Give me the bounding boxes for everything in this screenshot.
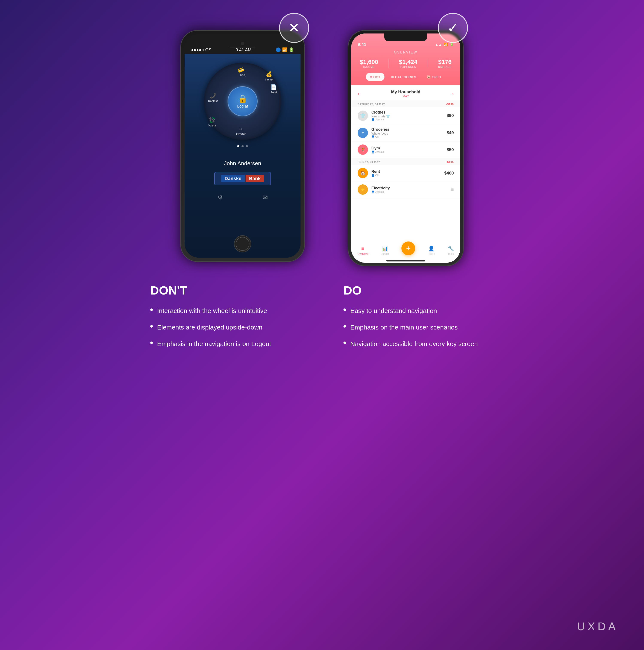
prev-month-btn[interactable]: ‹	[358, 91, 359, 97]
transaction-clothes[interactable]: 👕 Clothes New shirts 👕 👤 Jessica $90	[351, 107, 460, 124]
date-2-total: -$495	[446, 160, 454, 164]
rent-amount: $460	[444, 171, 454, 176]
expenses-label: EXPENSES	[399, 66, 417, 69]
wheel-item-valuta[interactable]: 💱 Valuta	[208, 117, 216, 127]
content-area: ‹ My Household MAY ›	[351, 85, 460, 263]
groceries-name: Groceries	[371, 127, 443, 132]
electricity-name: Electricity	[371, 186, 448, 190]
settings-icon[interactable]: ⚙	[217, 194, 223, 201]
expenses-value: $1,424	[399, 59, 417, 66]
clothes-icon: 👕	[358, 111, 368, 121]
tab-split[interactable]: 🐷 SPLIT	[423, 73, 445, 81]
dont-title: DON'T	[150, 283, 300, 297]
tab-categories[interactable]: ◎ CATEGORIES	[387, 73, 420, 81]
wheel-container: 💳 Kort 💰 Konto 📞	[204, 63, 281, 140]
clothes-details: Clothes New shirts 👕 👤 Jessica	[371, 110, 443, 121]
transaction-list: SATURDAY, 04 MAY -$189 👕 Clothes New shi…	[351, 100, 460, 243]
iphone6-speaker	[230, 46, 255, 48]
home-button[interactable]	[234, 235, 251, 252]
dont-text-1: Interaction with the wheel is unintuitiv…	[157, 306, 267, 316]
add-button[interactable]: +	[401, 242, 415, 255]
wheel-outer: 💳 Kort 💰 Konto 📞	[204, 63, 281, 140]
transaction-electricity[interactable]: ⚡ Electricity 👤 Jessica ≡	[351, 181, 460, 198]
overview-nav-icon: ≡	[361, 246, 364, 252]
tools-nav-label: Tools	[448, 252, 454, 255]
transaction-groceries[interactable]: + Groceries Whole foods 👤 Olli $49	[351, 124, 460, 141]
mail-icon[interactable]: ✉	[263, 194, 268, 201]
do-bullets: Easy to understand navigation Emphasis o…	[344, 306, 494, 349]
cat-tab-label: CATEGORIES	[395, 75, 416, 79]
tab-list[interactable]: ≡ LIST	[366, 73, 385, 81]
list-tab-icon: ≡	[370, 75, 372, 79]
transaction-rent[interactable]: 🏠 Rent 👤 Olli $460	[351, 165, 460, 181]
dont-badge: ✕	[279, 13, 309, 43]
gym-amount: $50	[447, 147, 454, 152]
balance-label: BALANCE	[438, 66, 452, 69]
screen-6-content: 💳 Kort 💰 Konto 📞	[185, 54, 300, 258]
electricity-user: 👤 Jessica	[371, 190, 448, 193]
budget-nav-icon: 📊	[382, 246, 388, 252]
do-text-3: Navigation accessible from every key scr…	[350, 339, 478, 349]
do-section: DO Easy to understand navigation Emphasi…	[344, 283, 494, 349]
nav-tools[interactable]: 🔧 Tools	[448, 246, 454, 255]
wheel-item-konto[interactable]: 💰 Konto	[265, 71, 273, 81]
electricity-icon: ⚡	[358, 184, 368, 195]
pagination-dots	[237, 145, 248, 147]
clothes-amount: $90	[447, 113, 454, 118]
do-badge-icon: ✓	[447, 20, 459, 36]
notch	[384, 34, 427, 41]
month-nav: ‹ My Household MAY ›	[351, 85, 460, 100]
balance-stat: $176 BALANCE	[438, 59, 452, 69]
user-info: John Andersen Danske Bank	[214, 160, 271, 185]
do-bullet-3: Navigation accessible from every key scr…	[344, 339, 494, 349]
wheel-item-kontakt[interactable]: 📞 Kontakt	[208, 93, 218, 103]
nav-overview[interactable]: ≡ Overview	[357, 246, 368, 255]
page-container: UXDA ✕ ●●●●○ GS 9:41 AM	[0, 0, 644, 650]
do-bullet-2: Emphasis on the main user scenarios	[344, 322, 494, 332]
rent-details: Rent 👤 Olli	[371, 169, 441, 177]
nav-profile[interactable]: 👤 Profile	[428, 246, 435, 255]
x-time: 9:41	[358, 42, 366, 47]
do-dot-3	[344, 341, 346, 344]
iphone-x-inner: 9:41 ▲▲ 📶 🔋 OVERVIEW	[351, 34, 460, 263]
x-status-icons: ▲▲ 📶 🔋	[435, 42, 454, 46]
dont-dot-1	[150, 309, 153, 311]
do-bullet-1: Easy to understand navigation	[344, 306, 494, 316]
balance-value: $176	[438, 59, 452, 66]
do-title: DO	[344, 283, 494, 297]
bank-logo-container: Danske Bank	[214, 172, 271, 185]
nav-add[interactable]: +	[401, 246, 415, 255]
home-button-inner	[236, 237, 249, 251]
month-title: My Household MAY	[391, 89, 421, 98]
wheel-center[interactable]: 🔒 Log af	[227, 86, 258, 116]
date-header-2: FRIDAY, 03 MAY -$495	[351, 158, 460, 165]
dont-dot-2	[150, 325, 153, 328]
lock-icon: 🔒	[238, 94, 248, 103]
groceries-icon: +	[358, 128, 368, 138]
transaction-gym[interactable]: 🏋 Gym 👤 Jessica $50	[351, 141, 460, 158]
stat-divider-2	[428, 59, 428, 68]
wheel-item-kort[interactable]: 💳 Kort	[237, 66, 246, 77]
income-label: INCOME	[360, 66, 378, 69]
gym-icon: 🏋	[358, 144, 368, 155]
user-name: John Andersen	[214, 160, 271, 167]
wheel-item-overfor[interactable]: ↔ Overfør	[236, 126, 246, 136]
log-af-text: Log af	[237, 104, 248, 109]
iphone6-bottom-icons: ⚙ ✉	[185, 194, 300, 201]
dont-dot-3	[150, 341, 153, 344]
do-dot-2	[344, 325, 346, 328]
text-sections: DON'T Interaction with the wheel is unin…	[0, 283, 644, 349]
electricity-details: Electricity 👤 Jessica	[371, 186, 448, 193]
groceries-sub: Whole foods	[371, 132, 443, 135]
dont-text-2: Elements are displayed upside-down	[157, 322, 262, 332]
dont-text-3: Emphasis in the navigation is on Logout	[157, 339, 271, 349]
next-month-btn[interactable]: ›	[452, 91, 454, 97]
dont-badge-icon: ✕	[288, 20, 300, 36]
nav-budget[interactable]: 📊 Budget	[381, 246, 389, 255]
rent-name: Rent	[371, 169, 441, 174]
list-tab-label: LIST	[373, 75, 381, 79]
wheel-item-betal[interactable]: 📄 Betal	[271, 84, 277, 94]
split-tab-label: SPLIT	[432, 75, 441, 79]
dont-bullet-2: Elements are displayed upside-down	[150, 322, 300, 332]
income-value: $1,600	[360, 59, 378, 66]
